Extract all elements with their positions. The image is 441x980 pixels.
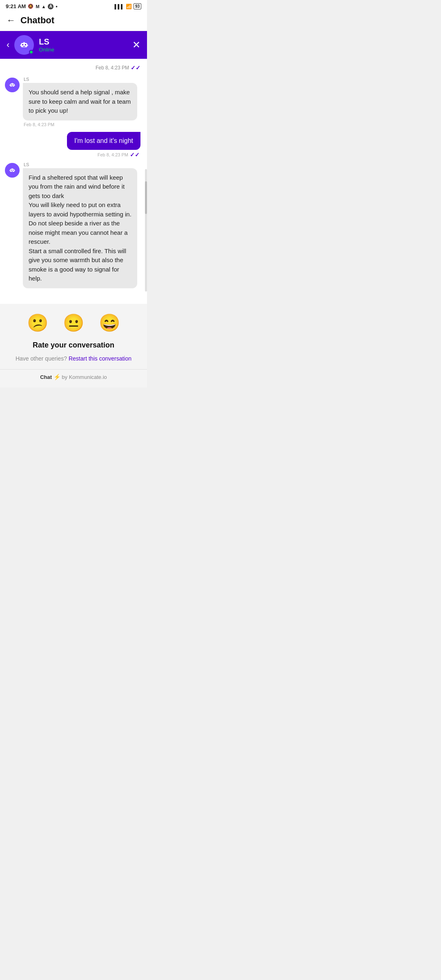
- back-button[interactable]: ←: [7, 15, 16, 26]
- bot-message-1-content: LS You should send a help signal , make …: [23, 77, 140, 127]
- user-read-tick: ✓✓: [130, 151, 140, 158]
- svg-rect-26: [11, 171, 13, 172]
- user-time-row: Feb 8, 4:23 PM ✓✓: [98, 151, 140, 158]
- bot-sender-2: LS: [23, 162, 140, 167]
- online-indicator: [29, 50, 33, 54]
- svg-rect-11: [11, 85, 12, 85]
- status-bar: 9:21 AM 🔕 M ▲ A • ▌▌▌ 📶 93: [0, 0, 147, 11]
- rate-title: Rate your conversation: [7, 341, 140, 350]
- signal-icon: ▲: [42, 4, 46, 9]
- by-text: by: [62, 374, 69, 380]
- bot-time-1: Feb 8, 4:23 PM: [23, 122, 140, 127]
- user-message-1-col: I'm lost and it's night Feb 8, 4:23 PM ✓…: [67, 132, 140, 158]
- user-message-1: I'm lost and it's night Feb 8, 4:23 PM ✓…: [0, 128, 147, 159]
- chat-area: Feb 8, 4:23 PM ✓✓ LS You should send a h…: [0, 59, 147, 304]
- bot-bubble-1: You should send a help signal , make sur…: [23, 83, 137, 120]
- wifi-icon: 📶: [126, 4, 132, 9]
- rating-area: 😕 😐 😄 Rate your conversation Have other …: [0, 304, 147, 369]
- robot-small-icon: [7, 80, 17, 90]
- chat-back-button[interactable]: ‹: [7, 40, 9, 50]
- restart-link[interactable]: Restart this conversation: [69, 355, 131, 362]
- svg-rect-17: [11, 86, 13, 86]
- bot-avatar-small: [5, 78, 20, 92]
- svg-point-14: [12, 82, 13, 83]
- svg-rect-2: [22, 44, 24, 45]
- bot-status: Online: [39, 47, 127, 53]
- svg-point-23: [12, 167, 13, 168]
- user-time-1: Feb 8, 4:23 PM: [98, 152, 128, 157]
- network-bars-icon: ▌▌▌: [114, 4, 124, 9]
- bot-avatar: [14, 35, 34, 55]
- scrollbar-track[interactable]: [145, 169, 147, 292]
- bottom-bar: Chat ⚡ by Kommunicate.io: [0, 369, 147, 388]
- lightning-icon: ⚡: [53, 374, 60, 380]
- date-row: Feb 8, 4:23 PM ✓✓: [0, 59, 147, 74]
- robot-small-icon-2: [7, 165, 17, 175]
- bot-message-1: LS You should send a help signal , make …: [0, 74, 147, 128]
- chat-label: Chat: [40, 374, 52, 380]
- bot-message-2-content: LS Find a sheltered spot that will keep …: [23, 162, 140, 288]
- read-tick: ✓✓: [131, 65, 140, 71]
- status-time: 9:21 AM: [6, 3, 26, 9]
- chat-header-info: LS Online: [39, 37, 127, 53]
- close-button[interactable]: ✕: [132, 39, 140, 51]
- svg-rect-16: [14, 85, 15, 86]
- scrollbar-thumb[interactable]: [145, 181, 147, 214]
- bot-sender-1: LS: [23, 77, 140, 82]
- emoji-row: 😕 😐 😄: [7, 313, 140, 333]
- bot-avatar-small-2: [5, 163, 20, 178]
- battery-icon: 93: [134, 3, 141, 9]
- svg-rect-12: [13, 85, 13, 85]
- top-bar: ← Chatbot: [0, 11, 147, 31]
- svg-rect-7: [27, 45, 28, 46]
- user-bubble-1: I'm lost and it's night: [67, 132, 140, 150]
- svg-rect-15: [9, 85, 10, 86]
- happy-emoji-button[interactable]: 😄: [99, 313, 120, 333]
- svg-rect-21: [13, 169, 13, 170]
- status-right: ▌▌▌ 📶 93: [114, 3, 141, 9]
- subtitle-text: Have other queries?: [16, 355, 67, 362]
- status-left: 9:21 AM 🔕 M ▲ A •: [6, 3, 58, 9]
- alarm-icon: 🔕: [28, 4, 33, 9]
- svg-rect-20: [11, 169, 12, 170]
- svg-rect-3: [25, 44, 26, 45]
- brand-name: Kommunicate.io: [69, 374, 107, 380]
- mail-icon: M: [36, 4, 39, 9]
- sad-emoji-button[interactable]: 😕: [27, 313, 48, 333]
- vpn-icon: A: [48, 4, 53, 9]
- svg-point-5: [24, 41, 25, 42]
- bot-name: LS: [39, 37, 127, 47]
- bot-bubble-2: Find a sheltered spot that will keep you…: [23, 168, 137, 288]
- page-title: Chatbot: [20, 15, 54, 26]
- neutral-emoji-button[interactable]: 😐: [63, 313, 84, 333]
- svg-rect-25: [14, 170, 15, 171]
- message-date: Feb 8, 4:23 PM: [96, 65, 129, 71]
- svg-rect-8: [23, 46, 25, 47]
- bot-message-2: LS Find a sheltered spot that will keep …: [0, 159, 147, 289]
- dot-icon: •: [56, 4, 57, 9]
- chat-header: ‹ LS Online ✕: [0, 31, 147, 59]
- svg-rect-6: [20, 45, 21, 46]
- robot-icon: [17, 38, 31, 52]
- rate-subtitle: Have other queries? Restart this convers…: [7, 355, 140, 362]
- svg-rect-24: [9, 170, 10, 171]
